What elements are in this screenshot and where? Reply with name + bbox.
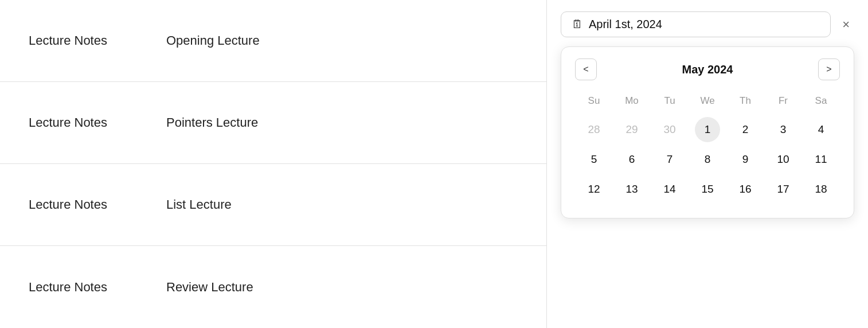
date-input-row: 🗓 April 1st, 2024 ×: [561, 11, 854, 37]
cell-type: Lecture Notes: [29, 33, 155, 48]
table-row[interactable]: Lecture Notes Opening Lecture: [0, 0, 546, 82]
day-header: Su: [575, 92, 613, 110]
calendar-day[interactable]: 5: [581, 147, 607, 172]
day-header: Tu: [651, 92, 689, 110]
day-header: Th: [726, 92, 764, 110]
day-header: We: [689, 92, 726, 110]
next-month-button[interactable]: >: [818, 58, 840, 80]
calendar-day[interactable]: 1: [695, 117, 720, 142]
calendar-day[interactable]: 12: [581, 177, 607, 202]
table-row[interactable]: Lecture Notes Review Lecture: [0, 246, 546, 328]
day-header: Fr: [764, 92, 802, 110]
calendar-day[interactable]: 15: [695, 177, 720, 202]
calendar-day[interactable]: 9: [733, 147, 758, 172]
day-header: Sa: [802, 92, 840, 110]
calendar-day: 29: [619, 117, 644, 142]
calendar-day[interactable]: 11: [808, 147, 834, 172]
calendar-week: 2829301234: [575, 115, 840, 145]
calendar-popup: < May 2024 > SuMoTuWeThFrSa 282930123456…: [561, 46, 854, 218]
calendar-day[interactable]: 17: [771, 177, 796, 202]
calendar-day[interactable]: 14: [657, 177, 682, 202]
month-year-label: May 2024: [682, 63, 733, 76]
date-input-box[interactable]: 🗓 April 1st, 2024: [561, 11, 831, 37]
calendar-week: 12131415161718: [575, 174, 840, 204]
calendar-week: 567891011: [575, 145, 840, 174]
cell-name: Opening Lecture: [166, 33, 260, 48]
calendar-day[interactable]: 16: [733, 177, 758, 202]
calendar-header: < May 2024 >: [575, 58, 840, 80]
day-headers: SuMoTuWeThFrSa: [575, 92, 840, 110]
calendar-day[interactable]: 10: [771, 147, 796, 172]
calendar-day[interactable]: 8: [695, 147, 720, 172]
cell-type: Lecture Notes: [29, 115, 155, 130]
calendar-day[interactable]: 7: [657, 147, 682, 172]
calendar-day: 30: [657, 117, 682, 142]
calendar-day[interactable]: 6: [619, 147, 644, 172]
calendar-day[interactable]: 2: [733, 117, 758, 142]
calendar-weeks: 282930123456789101112131415161718: [575, 115, 840, 204]
calendar-icon: 🗓: [572, 18, 583, 31]
table-row[interactable]: Lecture Notes Pointers Lecture: [0, 82, 546, 164]
main-content: Lecture Notes Opening Lecture Lecture No…: [0, 0, 868, 328]
day-header: Mo: [613, 92, 651, 110]
cell-type: Lecture Notes: [29, 280, 155, 295]
calendar-day[interactable]: 13: [619, 177, 644, 202]
calendar-grid: SuMoTuWeThFrSa 2829301234567891011121314…: [575, 92, 840, 204]
cell-name: List Lecture: [166, 197, 232, 212]
calendar-day[interactable]: 18: [808, 177, 834, 202]
close-button[interactable]: ×: [838, 16, 854, 33]
table-row[interactable]: Lecture Notes List Lecture: [0, 164, 546, 246]
calendar-day: 28: [581, 117, 607, 142]
cell-name: Review Lecture: [166, 280, 253, 295]
cell-type: Lecture Notes: [29, 197, 155, 212]
date-value: April 1st, 2024: [589, 18, 662, 31]
calendar-section: 🗓 April 1st, 2024 × < May 2024 > SuMoTuW…: [547, 0, 868, 328]
cell-name: Pointers Lecture: [166, 115, 258, 130]
calendar-day[interactable]: 3: [771, 117, 796, 142]
prev-month-button[interactable]: <: [575, 58, 597, 80]
table-section: Lecture Notes Opening Lecture Lecture No…: [0, 0, 547, 328]
calendar-day[interactable]: 4: [808, 117, 834, 142]
